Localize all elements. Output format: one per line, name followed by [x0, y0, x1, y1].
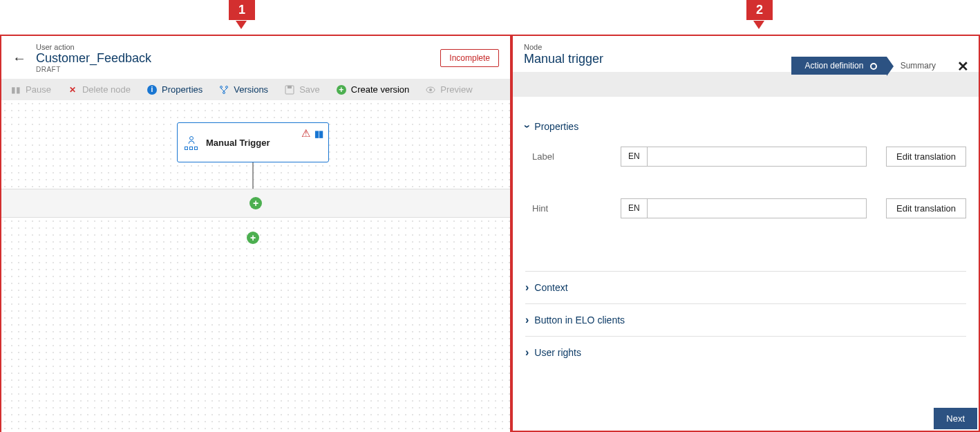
section-user-rights-label: User rights — [534, 347, 581, 358]
status-badge: Incomplete — [440, 49, 499, 67]
next-button[interactable]: Next — [934, 408, 977, 429]
warning-icon: ⚠ — [301, 127, 310, 140]
preview-label: Preview — [440, 84, 472, 95]
page-title: Customer_Feedback — [36, 51, 431, 66]
add-node-button-1[interactable]: + — [249, 197, 262, 209]
svg-point-1 — [226, 86, 228, 88]
step-summary[interactable]: Summary — [887, 57, 945, 75]
annotation-tag-2: 2 — [746, 0, 773, 20]
versions-label: Versions — [234, 84, 268, 95]
label-lang-badge[interactable]: EN — [621, 147, 648, 167]
save-icon — [285, 85, 294, 95]
plus-circle-icon: + — [337, 85, 346, 95]
pause-label: Pause — [26, 84, 51, 95]
breadcrumb: User action — [36, 43, 431, 51]
hint-input[interactable] — [648, 198, 867, 218]
section-context[interactable]: Context — [525, 272, 966, 303]
flow-canvas[interactable]: Manual Trigger ⚠ ▮▮ + + — [1, 100, 510, 432]
step-nav: Action definition Summary — [791, 57, 945, 75]
svg-point-6 — [429, 88, 432, 91]
create-version-label: Create version — [351, 84, 410, 95]
manual-trigger-node[interactable]: Manual Trigger ⚠ ▮▮ — [177, 122, 329, 162]
section-button-clients-label: Button in ELO clients — [534, 314, 625, 326]
hint-field-label: Hint — [525, 203, 608, 214]
annotation-arrow-1 — [236, 21, 247, 29]
node-editor-pane: Node Manual trigger Action definition Su… — [511, 35, 980, 432]
create-version-button[interactable]: + Create version — [337, 84, 410, 95]
add-node-zone: + — [1, 189, 510, 218]
section-properties[interactable]: Properties — [525, 111, 966, 142]
versions-button[interactable]: Versions — [219, 84, 268, 95]
node-pause-icon: ▮▮ — [314, 129, 323, 139]
node-connector — [252, 162, 254, 190]
hint-lang-badge[interactable]: EN — [621, 198, 648, 218]
properties-button[interactable]: i Properties — [147, 84, 202, 95]
node-crumb: Node — [524, 43, 968, 51]
annotation-arrow-2 — [753, 21, 764, 29]
annotation-tag-1: 1 — [229, 0, 255, 20]
step-radio-icon — [870, 63, 877, 70]
pause-icon: ▮▮ — [11, 85, 21, 95]
right-toolbar — [513, 72, 979, 97]
section-context-label: Context — [534, 282, 567, 293]
save-label: Save — [299, 84, 320, 95]
preview-button[interactable]: Preview — [426, 84, 472, 95]
label-field-label: Label — [525, 151, 608, 162]
properties-label: Properties — [162, 84, 202, 95]
label-edit-translation-button[interactable]: Edit translation — [886, 147, 966, 167]
hint-edit-translation-button[interactable]: Edit translation — [886, 198, 966, 218]
branch-icon — [219, 85, 229, 95]
step-active-label: Action definition — [805, 61, 864, 71]
add-node-button-2[interactable]: + — [247, 232, 259, 244]
svg-point-2 — [223, 91, 225, 93]
svg-point-7 — [189, 136, 193, 140]
toolbar: ▮▮ Pause ✕ Delete node i Properties Vers… — [1, 79, 510, 100]
info-icon: i — [147, 85, 157, 95]
flow-designer-pane: ← User action Customer_Feedback DRAFT In… — [0, 35, 511, 432]
svg-rect-4 — [288, 86, 292, 88]
step-action-definition[interactable]: Action definition — [791, 57, 887, 75]
x-icon: ✕ — [68, 85, 77, 95]
node-label: Manual Trigger — [206, 138, 270, 148]
delete-label: Delete node — [82, 84, 131, 95]
draft-status: DRAFT — [36, 66, 431, 73]
save-button[interactable]: Save — [285, 84, 320, 95]
delete-node-button[interactable]: ✕ Delete node — [68, 84, 131, 95]
section-properties-label: Properties — [534, 121, 578, 132]
svg-point-0 — [220, 86, 223, 88]
label-input[interactable] — [648, 147, 867, 167]
pause-button[interactable]: ▮▮ Pause — [11, 84, 51, 95]
section-user-rights[interactable]: User rights — [525, 337, 966, 368]
hierarchy-icon — [185, 135, 198, 150]
back-arrow-icon[interactable]: ← — [12, 50, 26, 66]
close-icon[interactable]: ✕ — [957, 58, 969, 75]
eye-icon — [426, 85, 435, 95]
section-button-clients[interactable]: Button in ELO clients — [525, 304, 966, 336]
